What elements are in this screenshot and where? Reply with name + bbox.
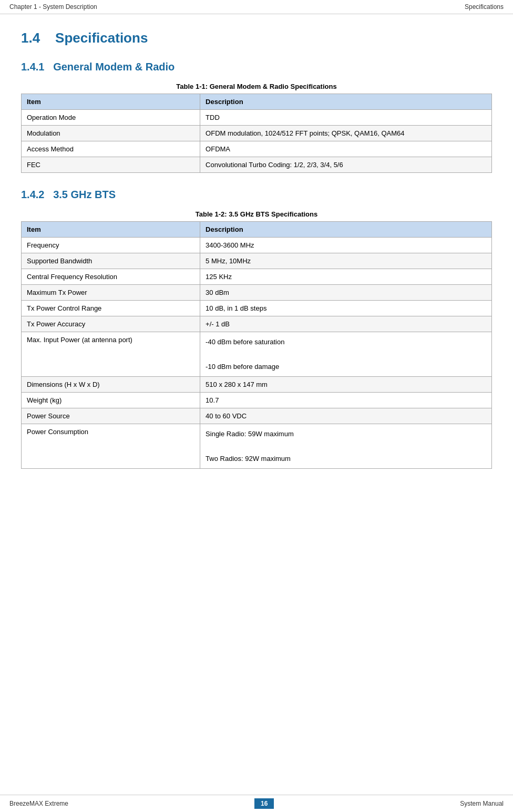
table1-desc-1: OFDM modulation, 1024/512 FFT points; QP…	[200, 126, 492, 141]
table2-item-0: Frequency	[22, 238, 200, 253]
table-row: Central Frequency Resolution 125 KHz	[22, 269, 492, 285]
table2-item-6: Max. Input Power (at antenna port)	[22, 332, 200, 377]
table2-col1-header: Item	[22, 222, 200, 238]
table1-item-3: FEC	[22, 157, 200, 173]
main-content: 1.4 Specifications 1.4.1 General Modem &…	[0, 14, 513, 516]
table1-desc-0: TDD	[200, 110, 492, 126]
table2-desc-10: Single Radio: 59W maximumTwo Radios: 92W…	[200, 424, 492, 469]
table2-item-2: Central Frequency Resolution	[22, 269, 200, 285]
table-row: Frequency 3400-3600 MHz	[22, 238, 492, 253]
table1-desc-3: Convolutional Turbo Coding: 1/2, 2/3, 3/…	[200, 157, 492, 173]
table2-item-8: Weight (kg)	[22, 393, 200, 408]
table2: Item Description Frequency 3400-3600 MHz…	[21, 221, 492, 469]
table2-desc-6: -40 dBm before saturation-10 dBm before …	[200, 332, 492, 377]
table-row: Dimensions (H x W x D) 510 x 280 x 147 m…	[22, 377, 492, 393]
table-row: Modulation OFDM modulation, 1024/512 FFT…	[22, 126, 492, 141]
table2-item-10: Power Consumption	[22, 424, 200, 469]
table2-desc-4: 10 dB, in 1 dB steps	[200, 301, 492, 316]
table2-desc-2: 125 KHz	[200, 269, 492, 285]
table1: Item Description Operation Mode TDD Modu…	[21, 94, 492, 173]
table-row: Max. Input Power (at antenna port) -40 d…	[22, 332, 492, 377]
table2-desc-0: 3400-3600 MHz	[200, 238, 492, 253]
table2-item-9: Power Source	[22, 408, 200, 424]
table-row: Supported Bandwidth 5 MHz, 10MHz	[22, 253, 492, 269]
footer-left: BreezeMAX Extreme	[9, 800, 68, 807]
table2-item-1: Supported Bandwidth	[22, 253, 200, 269]
table2-item-4: Tx Power Control Range	[22, 301, 200, 316]
table-row: Tx Power Accuracy +/- 1 dB	[22, 316, 492, 332]
table2-desc-1: 5 MHz, 10MHz	[200, 253, 492, 269]
section-1-4-1-title: 1.4.1 General Modem & Radio	[21, 61, 492, 73]
table-row: Weight (kg) 10.7	[22, 393, 492, 408]
footer-page-number: 16	[254, 798, 274, 809]
table-row: Operation Mode TDD	[22, 110, 492, 126]
header-left: Chapter 1 - System Description	[9, 3, 97, 11]
table-row: Power Source 40 to 60 VDC	[22, 408, 492, 424]
table1-item-1: Modulation	[22, 126, 200, 141]
table2-item-5: Tx Power Accuracy	[22, 316, 200, 332]
table-row: Access Method OFDMA	[22, 141, 492, 157]
page-header: Chapter 1 - System Description Specifica…	[0, 0, 513, 14]
table-row: Maximum Tx Power 30 dBm	[22, 285, 492, 301]
table1-col1-header: Item	[22, 94, 200, 110]
table1-col2-header: Description	[200, 94, 492, 110]
table2-item-3: Maximum Tx Power	[22, 285, 200, 301]
table2-item-7: Dimensions (H x W x D)	[22, 377, 200, 393]
table2-caption: Table 1-2: 3.5 GHz BTS Specifications	[21, 210, 492, 218]
footer-right: System Manual	[460, 800, 504, 807]
table-row: Tx Power Control Range 10 dB, in 1 dB st…	[22, 301, 492, 316]
table-row: Power Consumption Single Radio: 59W maxi…	[22, 424, 492, 469]
table2-desc-7: 510 x 280 x 147 mm	[200, 377, 492, 393]
table2-desc-8: 10.7	[200, 393, 492, 408]
section-1-4-title: 1.4 Specifications	[21, 30, 492, 46]
table2-desc-3: 30 dBm	[200, 285, 492, 301]
header-right: Specifications	[465, 3, 504, 11]
table2-desc-9: 40 to 60 VDC	[200, 408, 492, 424]
table2-desc-5: +/- 1 dB	[200, 316, 492, 332]
table1-caption: Table 1-1: General Modem & Radio Specifi…	[21, 83, 492, 90]
table-row: FEC Convolutional Turbo Coding: 1/2, 2/3…	[22, 157, 492, 173]
table1-item-2: Access Method	[22, 141, 200, 157]
table1-item-0: Operation Mode	[22, 110, 200, 126]
table2-header-row: Item Description	[22, 222, 492, 238]
table1-desc-2: OFDMA	[200, 141, 492, 157]
section-1-4-2-title: 1.4.2 3.5 GHz BTS	[21, 189, 492, 201]
page-footer: BreezeMAX Extreme 16 System Manual	[0, 795, 513, 812]
table2-col2-header: Description	[200, 222, 492, 238]
table1-header-row: Item Description	[22, 94, 492, 110]
